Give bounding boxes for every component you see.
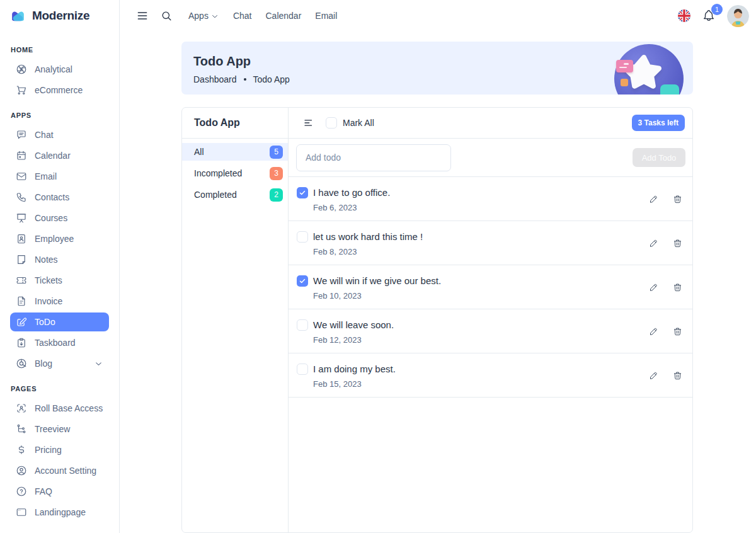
filter-label: All (194, 147, 204, 157)
pencil-icon (649, 326, 658, 336)
todo-filter-all[interactable]: All5 (182, 143, 288, 161)
sidebar-item-invoice[interactable]: Invoice (10, 292, 109, 311)
sidebar-item-label: Blog (35, 358, 52, 369)
sidebar-item-contacts[interactable]: Contacts (10, 188, 109, 207)
clipboard-icon (16, 337, 27, 348)
sidebar-item-notes[interactable]: Notes (10, 250, 109, 269)
sidebar-item-todo[interactable]: ToDo (10, 312, 109, 331)
todo-items-list: I have to go office.Feb 6, 2023let us wo… (289, 177, 692, 532)
sort-icon[interactable] (302, 116, 316, 130)
edit-todo-button[interactable] (648, 237, 660, 249)
edit-todo-button[interactable] (648, 325, 660, 337)
nav-section-label-apps: APPS (11, 112, 109, 119)
language-flag-button[interactable] (678, 9, 690, 22)
user-avatar[interactable] (727, 5, 749, 27)
app-window-icon (16, 507, 27, 518)
sidebar-item-calendar[interactable]: Calendar (10, 146, 109, 165)
todo-item-checkbox[interactable] (297, 187, 308, 198)
mark-all-checkbox[interactable] (326, 117, 337, 129)
topbar-link-label: Email (315, 11, 337, 21)
trash-icon (673, 326, 682, 336)
sidebar-item-account-setting[interactable]: Account Setting (10, 461, 109, 480)
sidebar-item-label: Contacts (35, 192, 69, 202)
rect-shape (660, 84, 679, 95)
notification-count-badge: 1 (711, 4, 723, 15)
page-banner: Todo App Dashboard Todo App (181, 42, 693, 95)
sidebar-item-taskboard[interactable]: Taskboard (10, 333, 109, 352)
breadcrumb-link-dashboard[interactable]: Dashboard (193, 74, 237, 84)
edit-icon (16, 316, 27, 328)
todo-item-title: We will leave soon. (313, 319, 394, 330)
search-icon (161, 10, 173, 22)
sidebar-item-roll-base-access[interactable]: Roll Base Access (10, 399, 109, 418)
sidebar-item-label: Landingpage (35, 507, 86, 517)
topbar-link-chat[interactable]: Chat (226, 11, 259, 21)
chevron-down-icon (94, 359, 103, 369)
todo-panel-title: Todo App (182, 108, 288, 139)
todo-item-date: Feb 8, 2023 (313, 247, 423, 256)
topbar-link-label: Chat (233, 11, 252, 21)
trash-icon (673, 370, 682, 380)
sidebar-item-label: Invoice (35, 296, 62, 306)
todo-item-checkbox[interactable] (297, 231, 308, 243)
sidebar-item-landingpage[interactable]: Landingpage (10, 503, 109, 522)
trash-icon (673, 282, 682, 292)
id-badge-icon (16, 233, 27, 244)
chevron-down-icon (210, 12, 219, 21)
edit-todo-button[interactable] (648, 369, 660, 381)
edit-todo-button[interactable] (648, 193, 660, 205)
sidebar-item-courses[interactable]: Courses (10, 209, 109, 227)
sidebar-item-label: Taskboard (35, 338, 76, 348)
sidebar-item-ecommerce[interactable]: eCommerce (10, 81, 109, 100)
topbar-link-calendar[interactable]: Calendar (259, 11, 309, 21)
sidebar-item-pricing[interactable]: Pricing (10, 440, 109, 459)
sidebar-item-treeview[interactable]: Treeview (10, 420, 109, 438)
topbar-link-email[interactable]: Email (308, 11, 344, 21)
topbar-right: 1 (678, 5, 749, 27)
sidebar-item-analytical[interactable]: Analytical (10, 60, 109, 79)
sidebar-item-faq[interactable]: FAQ (10, 482, 109, 501)
add-todo-row: Add Todo (289, 139, 692, 177)
sidebar-item-tickets[interactable]: Tickets (10, 271, 109, 290)
sidebar-item-email[interactable]: Email (10, 167, 109, 186)
topbar-link-apps[interactable]: Apps (181, 11, 226, 21)
todo-filter-incompleted[interactable]: Incompleted3 (182, 164, 288, 182)
delete-todo-button[interactable] (672, 237, 684, 249)
cart-icon (16, 84, 27, 96)
todo-item-row: let us work hard this time !Feb 8, 2023 (289, 221, 692, 265)
ticket-icon (16, 275, 27, 286)
sidebar-item-blog[interactable]: Blog (10, 354, 109, 373)
delete-todo-button[interactable] (672, 281, 684, 293)
sidebar-item-chat[interactable]: Chat (10, 125, 109, 144)
check-icon (299, 189, 306, 197)
file-icon (16, 295, 27, 307)
brand-logo[interactable]: Modernize (0, 0, 119, 32)
edit-todo-button[interactable] (648, 281, 660, 293)
app-root: Modernize HOMEAnalyticaleCommerceAPPSCha… (0, 0, 756, 533)
todo-item-checkbox[interactable] (297, 364, 308, 375)
notifications-button[interactable]: 1 (699, 8, 718, 24)
menu-icon (136, 9, 149, 22)
search-button[interactable] (158, 8, 175, 25)
delete-todo-button[interactable] (672, 325, 684, 337)
add-todo-button[interactable]: Add Todo (633, 148, 685, 167)
sidebar-item-label: Calendar (35, 151, 71, 161)
pencil-icon (649, 282, 658, 292)
sort-icon (303, 117, 314, 129)
menu-toggle-button[interactable] (134, 7, 151, 25)
add-todo-input[interactable] (296, 144, 451, 171)
todo-item-checkbox[interactable] (297, 275, 308, 287)
delete-todo-button[interactable] (672, 369, 684, 381)
topbar-link-label: Apps (188, 11, 209, 21)
delete-todo-button[interactable] (672, 193, 684, 205)
sidebar-item-label: Employee (35, 234, 74, 244)
tasks-left-badge: 3 Tasks left (632, 115, 685, 131)
sidebar-item-employee[interactable]: Employee (10, 229, 109, 248)
todo-item-checkbox[interactable] (297, 319, 308, 331)
sidebar-item-label: Account Setting (35, 466, 96, 476)
sidebar-item-label: Notes (35, 255, 58, 265)
todo-item-title: We will win if we give our best. (313, 275, 441, 286)
todo-filter-completed[interactable]: Completed2 (182, 186, 288, 203)
sidebar-item-label: FAQ (35, 486, 52, 496)
pencil-icon (649, 370, 658, 380)
